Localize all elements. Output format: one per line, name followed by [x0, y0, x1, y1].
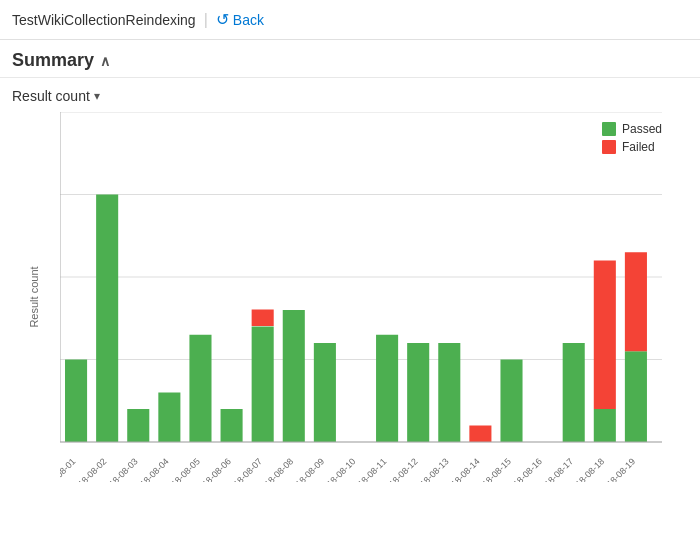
bar-failed-17 — [594, 261, 616, 410]
y-axis-label: Result count — [28, 266, 40, 327]
svg-text:2018-08-01: 2018-08-01 — [60, 456, 77, 482]
bar-passed-6 — [252, 327, 274, 443]
svg-text:2018-08-15: 2018-08-15 — [473, 456, 513, 482]
bar-passed-8 — [314, 343, 336, 442]
svg-text:2018-08-18: 2018-08-18 — [567, 456, 607, 482]
bar-passed-4 — [189, 335, 211, 442]
bar-passed-18 — [625, 351, 647, 442]
page-title: TestWikiCollectionReindexing — [12, 12, 196, 28]
bar-passed-1 — [96, 195, 118, 443]
svg-text:2018-08-05: 2018-08-05 — [162, 456, 202, 482]
svg-text:2018-08-13: 2018-08-13 — [411, 456, 451, 482]
summary-section: Summary ∧ — [0, 40, 700, 78]
dropdown-chevron-icon: ▾ — [94, 89, 100, 103]
chevron-up-icon: ∧ — [100, 53, 110, 69]
svg-text:2018-08-17: 2018-08-17 — [535, 456, 575, 482]
svg-text:2018-08-16: 2018-08-16 — [504, 456, 544, 482]
svg-text:2018-08-12: 2018-08-12 — [380, 456, 420, 482]
svg-text:2018-08-11: 2018-08-11 — [349, 456, 389, 482]
bar-chart-svg: 0 5 10 15 20 2018-08-01 2018-08-02 2018-… — [60, 112, 662, 482]
bar-passed-14 — [500, 360, 522, 443]
svg-text:2018-08-10: 2018-08-10 — [318, 456, 358, 482]
svg-text:2018-08-09: 2018-08-09 — [287, 456, 327, 482]
header: TestWikiCollectionReindexing | ↺ Back — [0, 0, 700, 40]
svg-text:2018-08-06: 2018-08-06 — [193, 456, 233, 482]
svg-text:2018-08-04: 2018-08-04 — [131, 456, 171, 482]
bar-failed-13 — [469, 426, 491, 443]
svg-text:2018-08-03: 2018-08-03 — [100, 456, 140, 482]
back-button[interactable]: ↺ Back — [216, 10, 264, 29]
header-separator: | — [204, 11, 208, 29]
bar-passed-7 — [283, 310, 305, 442]
result-count-dropdown[interactable]: Result count ▾ — [12, 88, 688, 104]
svg-text:2018-08-14: 2018-08-14 — [442, 456, 482, 482]
chart-section: Result count ▾ Result count Passed Faile… — [0, 78, 700, 550]
bar-passed-3 — [158, 393, 180, 443]
bar-passed-0 — [65, 360, 87, 443]
bar-passed-12 — [438, 343, 460, 442]
back-label: Back — [233, 12, 264, 28]
bar-failed-18 — [625, 252, 647, 351]
chart-area: 0 5 10 15 20 2018-08-01 2018-08-02 2018-… — [60, 112, 662, 482]
bar-failed-6 — [252, 310, 274, 327]
chart-container: Result count Passed Failed — [12, 112, 672, 542]
bar-passed-2 — [127, 409, 149, 442]
svg-text:2018-08-19: 2018-08-19 — [598, 456, 638, 482]
bar-passed-5 — [221, 409, 243, 442]
result-count-label: Result count — [12, 88, 90, 104]
bar-passed-17 — [594, 409, 616, 442]
y-axis-label-container: Result count — [12, 112, 56, 482]
bar-passed-16 — [563, 343, 585, 442]
bar-passed-10 — [376, 335, 398, 442]
svg-text:2018-08-08: 2018-08-08 — [255, 456, 295, 482]
svg-text:2018-08-02: 2018-08-02 — [69, 456, 109, 482]
summary-label: Summary — [12, 50, 94, 71]
svg-text:2018-08-07: 2018-08-07 — [224, 456, 264, 482]
back-icon: ↺ — [216, 10, 229, 29]
bar-passed-11 — [407, 343, 429, 442]
summary-header[interactable]: Summary ∧ — [12, 50, 688, 71]
